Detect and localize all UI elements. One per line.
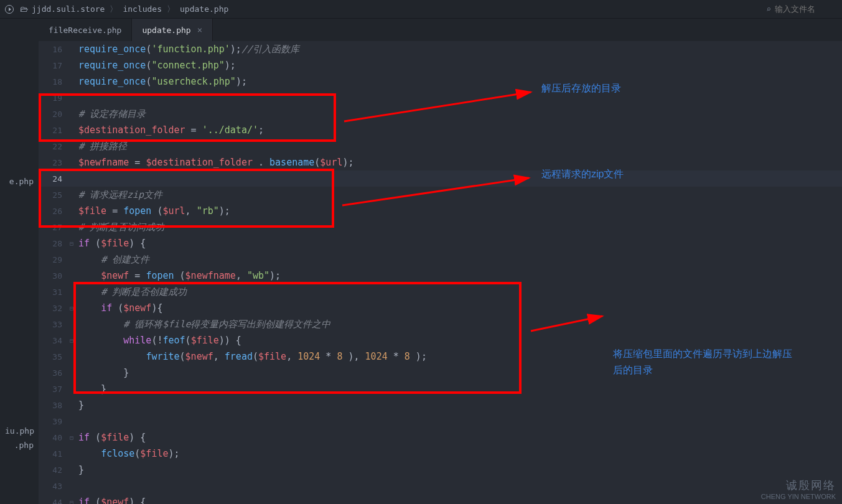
code-content: if ($newf){ — [78, 302, 842, 314]
code-content: while(!feof($file)) { — [78, 335, 842, 346]
code-line[interactable]: 40⊟if ($file) { — [39, 429, 842, 446]
fold-icon[interactable]: ⊟ — [70, 499, 78, 505]
line-number: 35 — [39, 352, 70, 362]
code-line[interactable]: 20# 设定存储目录 — [39, 106, 842, 122]
line-number: 26 — [39, 207, 70, 216]
line-number: 32 — [39, 304, 70, 313]
line-number: 22 — [39, 142, 70, 151]
code-content: # 循环将$file得变量内容写出到创建得文件之中 — [78, 319, 842, 330]
line-number: 31 — [39, 287, 70, 297]
code-line[interactable]: 17require_once("connect.php"); — [39, 57, 842, 73]
code-line[interactable]: 30 $newf = fopen ($newfname, "wb"); — [39, 268, 842, 284]
code-line[interactable]: 25# 请求远程zip文件 — [39, 187, 842, 203]
code-line[interactable]: 21$destination_folder = '../data/'; — [39, 122, 842, 138]
code-content: } — [78, 399, 842, 411]
watermark: 诚殷网络 CHENG YIN NETWORK — [761, 478, 836, 500]
fold-icon[interactable]: ⊟ — [70, 305, 78, 312]
code-line[interactable]: 27# 判断是否访问成功 — [39, 219, 842, 235]
line-number: 18 — [39, 77, 70, 86]
code-line[interactable]: 28⊟if ($file) { — [39, 235, 842, 251]
folder-icon: 🗁 — [20, 4, 28, 14]
line-number: 41 — [39, 449, 70, 459]
tab-label: fileReceive.php — [49, 26, 121, 35]
code-line[interactable]: 44⊟if ($newf) { — [39, 494, 842, 504]
code-content: $file = fopen ($url, "rb"); — [78, 205, 842, 217]
code-content: if ($newf) { — [78, 497, 842, 504]
code-line[interactable]: 38} — [39, 397, 842, 413]
breadcrumb-project[interactable]: jjdd.suli.store — [32, 4, 105, 14]
code-line[interactable]: 39 — [39, 413, 842, 429]
code-line[interactable]: 37 } — [39, 381, 842, 397]
fold-icon[interactable]: ⊟ — [70, 337, 78, 344]
code-line[interactable]: 31 # 判断是否创建成功 — [39, 284, 842, 300]
code-content: # 判断是否创建成功 — [78, 286, 842, 298]
close-icon[interactable]: × — [197, 25, 202, 35]
line-number: 43 — [39, 482, 70, 491]
code-line[interactable]: 33 # 循环将$file得变量内容写出到创建得文件之中 — [39, 316, 842, 332]
fold-icon[interactable]: ⊟ — [70, 434, 78, 441]
code-editor[interactable]: 16require_once('function.php');//引入函数库17… — [39, 41, 842, 504]
line-number: 34 — [39, 336, 70, 345]
code-content: } — [78, 464, 842, 475]
code-line[interactable]: 41 fclose($file); — [39, 446, 842, 462]
code-content: } — [78, 383, 842, 394]
code-line[interactable]: 32⊟ if ($newf){ — [39, 300, 842, 316]
line-number: 38 — [39, 401, 70, 410]
search-input[interactable] — [775, 4, 837, 14]
code-line[interactable]: 42} — [39, 462, 842, 478]
tab-update[interactable]: update.php × — [132, 19, 213, 41]
tab-filereceive[interactable]: fileReceive.php — [39, 19, 132, 41]
breadcrumb-file[interactable]: update.php — [180, 4, 228, 14]
line-number: 29 — [39, 255, 70, 264]
code-line[interactable]: 29 # 创建文件 — [39, 251, 842, 268]
breadcrumb-folder[interactable]: includes — [123, 4, 162, 14]
code-line[interactable]: 23$newfname = $destination_folder . base… — [39, 154, 842, 170]
code-content: require_once("usercheck.php"); — [78, 76, 842, 87]
line-number: 19 — [39, 93, 70, 103]
search-icon: ⌕ — [766, 4, 771, 14]
code-content: # 设定存储目录 — [78, 108, 842, 120]
line-number: 27 — [39, 223, 70, 232]
file-search[interactable]: ⌕ — [766, 4, 837, 14]
code-content: require_once('function.php');//引入函数库 — [78, 44, 842, 55]
line-number: 37 — [39, 385, 70, 394]
sidebar-item[interactable]: .php — [0, 438, 39, 452]
watermark-en: CHENG YIN NETWORK — [761, 493, 836, 500]
code-content: # 请求远程zip文件 — [78, 189, 842, 201]
code-line[interactable]: 24 — [39, 170, 842, 187]
annotation-text: 远程请求的zip文件 — [541, 168, 624, 181]
sidebar: e.php iu.php .php — [0, 19, 39, 504]
code-content: # 判断是否访问成功 — [78, 222, 842, 233]
code-line[interactable]: 18require_once("usercheck.php"); — [39, 73, 842, 90]
line-number: 25 — [39, 190, 70, 200]
code-line[interactable]: 19 — [39, 90, 842, 106]
code-line[interactable]: 16require_once('function.php');//引入函数库 — [39, 41, 842, 57]
code-content: if ($file) { — [78, 432, 842, 443]
code-line[interactable]: 26$file = fopen ($url, "rb"); — [39, 203, 842, 219]
breadcrumb-sep: 〉 — [167, 4, 175, 15]
sidebar-item[interactable]: e.php — [0, 174, 39, 189]
run-icon[interactable] — [5, 5, 14, 14]
sidebar-item[interactable]: iu.php — [0, 424, 39, 438]
tab-label: update.php — [142, 26, 190, 35]
tab-bar: fileReceive.php update.php × — [39, 19, 842, 41]
code-line[interactable]: 22# 拼接路径 — [39, 138, 842, 154]
line-number: 24 — [39, 174, 70, 184]
line-number: 42 — [39, 465, 70, 475]
line-number: 16 — [39, 45, 70, 54]
code-content: fclose($file); — [78, 448, 842, 459]
code-content: # 创建文件 — [78, 254, 842, 266]
line-number: 17 — [39, 61, 70, 70]
line-number: 20 — [39, 110, 70, 119]
line-number: 44 — [39, 498, 70, 505]
code-content: require_once("connect.php"); — [78, 60, 842, 71]
line-number: 30 — [39, 271, 70, 281]
fold-icon[interactable]: ⊟ — [70, 240, 78, 247]
code-content: $newf = fopen ($newfname, "wb"); — [78, 270, 842, 281]
line-number: 28 — [39, 239, 70, 248]
line-number: 40 — [39, 433, 70, 442]
line-number: 23 — [39, 158, 70, 167]
line-number: 36 — [39, 368, 70, 378]
code-line[interactable]: 43 — [39, 478, 842, 494]
sidebar-item[interactable] — [0, 257, 39, 262]
